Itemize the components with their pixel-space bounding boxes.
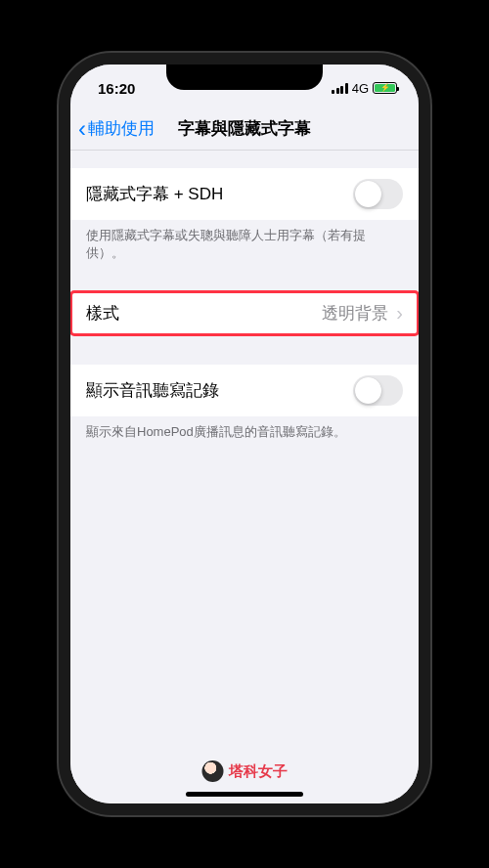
cell-value: 透明背景 xyxy=(322,302,388,325)
device-notch xyxy=(166,65,323,90)
group-style: 樣式 透明背景 › xyxy=(70,291,419,335)
group-transcript: 顯示音訊聽寫記錄 顯示來自HomePod廣播訊息的音訊聽寫記錄。 xyxy=(70,365,419,441)
page-title: 字幕與隱藏式字幕 xyxy=(178,117,311,140)
toggle-sdh[interactable] xyxy=(353,179,403,209)
watermark-avatar-icon xyxy=(202,760,224,782)
toggle-knob xyxy=(355,377,381,404)
watermark-text: 塔科女子 xyxy=(229,762,288,781)
status-time: 16:20 xyxy=(98,80,135,97)
chevron-left-icon: ‹ xyxy=(78,117,86,141)
content-area: 隱藏式字幕 + SDH 使用隱藏式字幕或失聰與聽障人士用字幕（若有提供）。 樣式… xyxy=(70,151,419,803)
toggle-transcript[interactable] xyxy=(353,375,403,406)
cell-label: 隱藏式字幕 + SDH xyxy=(86,183,353,205)
status-indicators: 4G ⚡ xyxy=(332,81,397,96)
battery-icon: ⚡ xyxy=(373,82,397,94)
toggle-knob xyxy=(355,181,381,207)
back-label: 輔助使用 xyxy=(88,117,155,140)
screen: 16:20 4G ⚡ ‹ 輔助使用 字幕與隱藏式字幕 隱藏式字幕 + S xyxy=(70,65,419,803)
home-indicator[interactable] xyxy=(186,792,303,797)
watermark: 塔科女子 xyxy=(202,760,288,782)
network-label: 4G xyxy=(352,81,369,96)
navigation-bar: ‹ 輔助使用 字幕與隱藏式字幕 xyxy=(70,108,419,151)
footer-transcript: 顯示來自HomePod廣播訊息的音訊聽寫記錄。 xyxy=(70,416,419,441)
cell-trailing: 透明背景 › xyxy=(322,302,403,325)
signal-icon xyxy=(332,83,348,94)
cell-label: 顯示音訊聽寫記錄 xyxy=(86,379,353,402)
cell-label: 樣式 xyxy=(86,302,322,325)
cell-style[interactable]: 樣式 透明背景 › xyxy=(70,291,419,335)
phone-frame: 16:20 4G ⚡ ‹ 輔助使用 字幕與隱藏式字幕 隱藏式字幕 + S xyxy=(59,53,430,815)
back-button[interactable]: ‹ 輔助使用 xyxy=(78,117,155,141)
group-sdh: 隱藏式字幕 + SDH 使用隱藏式字幕或失聰與聽障人士用字幕（若有提供）。 xyxy=(70,168,419,262)
footer-sdh: 使用隱藏式字幕或失聰與聽障人士用字幕（若有提供）。 xyxy=(70,220,419,262)
cell-audio-transcript[interactable]: 顯示音訊聽寫記錄 xyxy=(70,365,419,416)
cell-closed-captions-sdh[interactable]: 隱藏式字幕 + SDH xyxy=(70,168,419,220)
chevron-right-icon: › xyxy=(396,302,403,325)
